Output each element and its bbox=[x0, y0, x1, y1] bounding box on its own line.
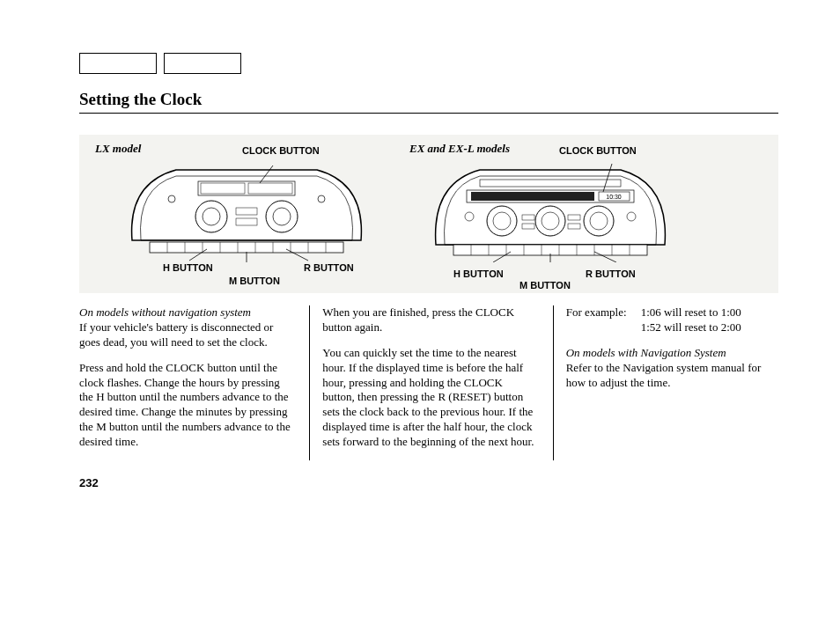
svg-rect-11 bbox=[150, 242, 343, 253]
col1-paragraph-2: Press and hold the CLOCK button until th… bbox=[79, 361, 291, 450]
ex-h-button-label: H BUTTON bbox=[453, 268, 504, 279]
lx-m-button-label: M BUTTON bbox=[229, 276, 280, 286]
header-box-1 bbox=[79, 53, 157, 74]
header-box-2 bbox=[164, 53, 241, 74]
diagram-area: LX model EX and EX-L models bbox=[79, 135, 778, 293]
col1-p1-lead-italic: On models without navigation system bbox=[79, 305, 251, 319]
lx-r-button-label: R BUTTON bbox=[304, 262, 354, 273]
column-2: When you are finished, press the CLOCK b… bbox=[309, 305, 534, 460]
example-label: For example: bbox=[566, 305, 641, 320]
text-columns: On models without navigation system If y… bbox=[79, 305, 778, 460]
lx-dashboard-illustration bbox=[123, 157, 370, 262]
col2-paragraph-2: You can quickly set the time to the near… bbox=[322, 346, 534, 450]
lx-h-button-label: H BUTTON bbox=[163, 262, 213, 273]
column-3: For example: 1:06 will reset to 1:00 1:5… bbox=[553, 305, 778, 460]
page-number: 232 bbox=[79, 476, 778, 489]
col3-example: For example: 1:06 will reset to 1:00 1:5… bbox=[566, 305, 778, 335]
section-title: Setting the Clock bbox=[79, 90, 778, 109]
svg-rect-28 bbox=[471, 192, 594, 201]
ex-m-button-label: M BUTTON bbox=[519, 280, 571, 290]
col1-paragraph-1: On models without navigation system If y… bbox=[79, 305, 291, 350]
example-line-1: 1:06 will reset to 1:00 bbox=[641, 305, 778, 320]
diagram-lx-model-label: LX model bbox=[95, 142, 141, 156]
col2-paragraph-1: When you are finished, press the CLOCK b… bbox=[322, 305, 534, 335]
example-line-2: 1:52 will reset to 2:00 bbox=[641, 320, 778, 335]
svg-text:10:30: 10:30 bbox=[606, 194, 622, 200]
ex-r-button-label: R BUTTON bbox=[586, 268, 636, 279]
diagram-ex-models-label: EX and EX-L models bbox=[409, 142, 510, 156]
col3-p2-body: Refer to the Navigation system manual fo… bbox=[566, 361, 762, 389]
lx-clock-button-label: CLOCK BUTTON bbox=[242, 145, 320, 156]
ex-dashboard-illustration: 10:30 bbox=[427, 157, 674, 262]
column-1: On models without navigation system If y… bbox=[79, 305, 291, 460]
title-rule bbox=[79, 113, 778, 114]
ex-clock-button-label: CLOCK BUTTON bbox=[559, 145, 637, 156]
col1-p1-body: If your vehicle's battery is disconnecte… bbox=[79, 320, 273, 349]
col3-p2-lead-italic: On models with Navigation System bbox=[566, 346, 726, 359]
col3-paragraph-2: On models with Navigation System Refer t… bbox=[566, 346, 778, 391]
page: Setting the Clock LX model EX and EX-L m… bbox=[0, 0, 840, 625]
header-placeholder-boxes bbox=[79, 53, 778, 74]
